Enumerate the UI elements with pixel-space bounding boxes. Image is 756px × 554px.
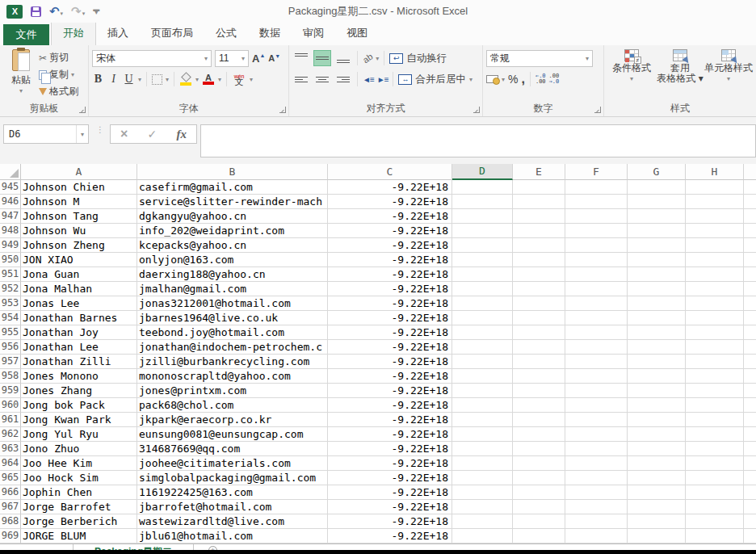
cell-H956[interactable] xyxy=(686,340,744,355)
cell-A950[interactable]: JON XIAO xyxy=(21,253,137,267)
cell-E948[interactable] xyxy=(513,224,565,238)
cell-H969[interactable] xyxy=(686,529,744,544)
cell-A962[interactable]: Jong Yul Ryu xyxy=(21,427,137,442)
cell-A965[interactable]: Joo Hock Sim xyxy=(21,471,137,485)
cell-A967[interactable]: Jorge Barrofet xyxy=(21,500,137,514)
cell-G949[interactable] xyxy=(628,238,686,253)
chevron-down-icon[interactable]: ▾ xyxy=(250,76,253,83)
column-header-G[interactable]: G xyxy=(628,164,686,180)
chevron-down-icon[interactable]: ▾ xyxy=(502,76,505,83)
cell-A958[interactable]: Jones Monono xyxy=(21,369,137,384)
cell-G954[interactable] xyxy=(628,311,686,325)
cell-G952[interactable] xyxy=(628,282,686,296)
row-header-949[interactable]: 949 xyxy=(0,238,21,253)
cell-B953[interactable]: jonas3212001@hotmail.com xyxy=(137,296,328,311)
cell-F961[interactable] xyxy=(565,413,628,427)
paste-button[interactable]: 粘贴 ▾ xyxy=(3,48,39,103)
fill-color-button[interactable] xyxy=(179,73,192,86)
tab-data[interactable]: 数据 xyxy=(248,22,292,45)
save-icon[interactable] xyxy=(31,6,41,17)
cell-B963[interactable]: 314687669@qq.com xyxy=(137,442,328,456)
cell-G967[interactable] xyxy=(628,500,686,514)
cell-E966[interactable] xyxy=(513,485,565,500)
number-format-select[interactable]: 常规 ▾ xyxy=(486,50,593,67)
cell-C968[interactable]: -9.22E+18 xyxy=(328,514,452,529)
tab-view[interactable]: 视图 xyxy=(335,22,379,45)
row-header-968[interactable]: 968 xyxy=(0,514,21,529)
cell-H948[interactable] xyxy=(686,224,744,238)
cell-H961[interactable] xyxy=(686,413,744,427)
cell-E945[interactable] xyxy=(513,180,565,195)
increase-decimal-button[interactable]: ←.0.00 xyxy=(536,73,546,85)
cell-F968[interactable] xyxy=(565,514,628,529)
cell-D951[interactable] xyxy=(452,267,513,282)
row-header-945[interactable]: 945 xyxy=(0,180,21,195)
cell-E946[interactable] xyxy=(513,195,565,209)
customize-qat-icon[interactable]: ▬▾ xyxy=(93,8,99,15)
cell-A955[interactable]: Jonathan Joy xyxy=(21,325,137,340)
row-header-951[interactable]: 951 xyxy=(0,267,21,282)
chevron-down-icon[interactable]: ▾ xyxy=(195,76,199,83)
cell-D967[interactable] xyxy=(452,500,513,514)
merge-center-button[interactable]: 合并后居中 xyxy=(415,73,466,86)
cell-E954[interactable] xyxy=(513,311,565,325)
dialog-launcher-icon[interactable] xyxy=(279,107,286,113)
undo-button[interactable]: ↶▾ xyxy=(49,6,63,18)
cell-A947[interactable]: Johnson Tang xyxy=(21,209,137,224)
cell-H947[interactable] xyxy=(686,209,744,224)
cell-F960[interactable] xyxy=(565,398,628,413)
row-header-962[interactable]: 962 xyxy=(0,427,21,442)
cell-C955[interactable]: -9.22E+18 xyxy=(328,325,452,340)
row-header-966[interactable]: 966 xyxy=(0,485,21,500)
decrease-indent-button[interactable]: ◄≡ xyxy=(363,75,374,84)
cell-E960[interactable] xyxy=(513,398,565,413)
cell-E967[interactable] xyxy=(513,500,565,514)
cell-H967[interactable] xyxy=(686,500,744,514)
cell-H964[interactable] xyxy=(686,456,744,471)
row-header-954[interactable]: 954 xyxy=(0,311,21,325)
cell-E969[interactable] xyxy=(513,529,565,544)
cell-F946[interactable] xyxy=(565,195,628,209)
cell-H960[interactable] xyxy=(686,398,744,413)
cell-G955[interactable] xyxy=(628,325,686,340)
cell-E953[interactable] xyxy=(513,296,565,311)
align-left-button[interactable] xyxy=(292,71,310,87)
cell-D964[interactable] xyxy=(452,456,513,471)
cell-H949[interactable] xyxy=(686,238,744,253)
row-header-959[interactable]: 959 xyxy=(0,384,21,398)
sheet-tab-active[interactable]: Packaging星期二 xyxy=(73,544,194,550)
row-header-958[interactable]: 958 xyxy=(0,369,21,384)
cell-G953[interactable] xyxy=(628,296,686,311)
cell-B960[interactable]: pack68@chol.com xyxy=(137,398,328,413)
cell-H951[interactable] xyxy=(686,267,744,282)
cell-G948[interactable] xyxy=(628,224,686,238)
cell-C953[interactable]: -9.22E+18 xyxy=(328,296,452,311)
name-box[interactable]: D6 ▾ xyxy=(3,124,89,144)
cell-F949[interactable] xyxy=(565,238,628,253)
cell-C945[interactable]: -9.22E+18 xyxy=(328,180,452,195)
cell-D954[interactable] xyxy=(452,311,513,325)
cell-G960[interactable] xyxy=(628,398,686,413)
cell-C952[interactable]: -9.22E+18 xyxy=(328,282,452,296)
cell-A952[interactable]: Jona Malhan xyxy=(21,282,137,296)
cell-A949[interactable]: Johnson Zheng xyxy=(21,238,137,253)
cell-C947[interactable]: -9.22E+18 xyxy=(328,209,452,224)
cell-F948[interactable] xyxy=(565,224,628,238)
chevron-down-icon[interactable]: ▾ xyxy=(469,76,472,83)
cell-D953[interactable] xyxy=(452,296,513,311)
cell-A953[interactable]: Jonas Lee xyxy=(21,296,137,311)
underline-button[interactable]: U xyxy=(123,73,135,86)
row-header-965[interactable]: 965 xyxy=(0,471,21,485)
copy-button[interactable]: 复制 ▾ xyxy=(39,67,78,82)
cell-G945[interactable] xyxy=(628,180,686,195)
tab-file[interactable]: 文件 xyxy=(3,24,49,45)
cell-H959[interactable] xyxy=(686,384,744,398)
row-header-960[interactable]: 960 xyxy=(0,398,21,413)
cell-B966[interactable]: 1161922425@163.com xyxy=(137,485,328,500)
cell-G969[interactable] xyxy=(628,529,686,544)
cell-G968[interactable] xyxy=(628,514,686,529)
row-header-950[interactable]: 950 xyxy=(0,253,21,267)
cell-G950[interactable] xyxy=(628,253,686,267)
cell-B962[interactable]: eunsung0081@eunsungcap.com xyxy=(137,427,328,442)
font-color-button[interactable]: A xyxy=(202,73,215,85)
